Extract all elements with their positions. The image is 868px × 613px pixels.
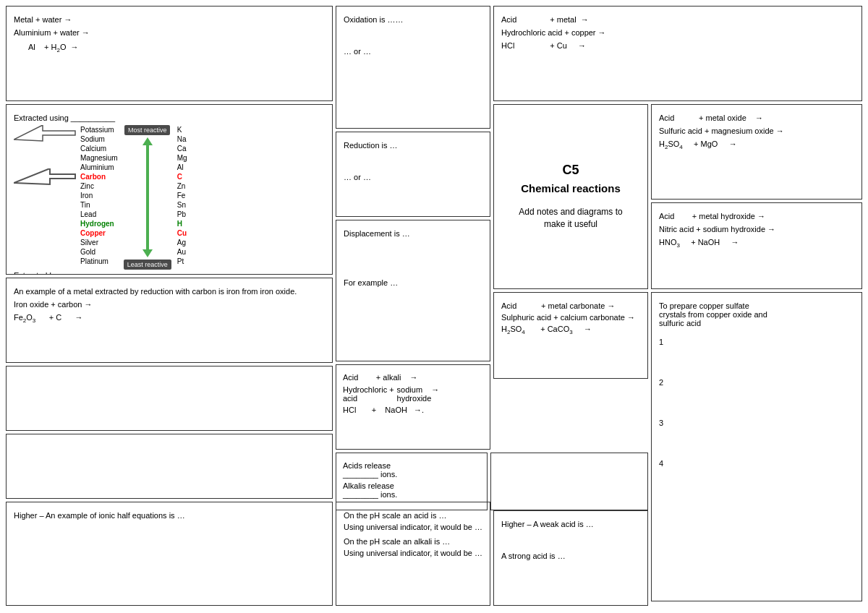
- step-3: 3: [659, 419, 854, 427]
- element-symbols: K Na Ca Mg Al C Zn Fe Sn Pb H Cu Ag Au P…: [177, 125, 187, 266]
- acid-alkali-left: Hydrochloric +acid: [343, 385, 394, 403]
- element-names: Potassium Sodium Calcium Magnesium Alumi…: [80, 125, 118, 266]
- acid-metal-hydroxide-cell: Acid + metal hydroxide → Nitric acid + s…: [651, 202, 862, 289]
- ph-acid-line: On the pH scale an acid is …: [344, 511, 482, 520]
- iron-extraction-line2: Iron oxide + carbon →: [14, 300, 325, 309]
- acid-metal-hydroxide-line2: Nitric acid + sodium hydroxide →: [659, 225, 854, 233]
- iron-extraction-line1: An example of a metal extracted by reduc…: [14, 287, 325, 296]
- svg-marker-0: [14, 125, 75, 141]
- acid-metal-hydroxide-line1: Acid + metal hydroxide →: [659, 212, 854, 220]
- ph-alkali-line: On the pH scale an alkali is …: [344, 537, 482, 546]
- metal-water-cell: Metal + water → Aluminium + water → Al +…: [6, 6, 333, 101]
- reduction-line1: Reduction is …: [344, 141, 482, 150]
- most-reactive-badge: Most reactive: [124, 125, 171, 135]
- ionic-half-equations-cell: [6, 434, 333, 499]
- ph-scale-cell: On the pH scale an acid is … Using unive…: [336, 502, 490, 606]
- acid-metal-carbonate-cell: Acid + metal carbonate → Sulphuric acid …: [493, 292, 648, 379]
- metal-water-line1: Metal + water →: [14, 15, 325, 24]
- acid-metal-oxide-cell: Acid + metal oxide → Sulfuric acid + mag…: [651, 104, 862, 200]
- displacement-example: For example …: [344, 278, 482, 287]
- acid-alkali-cell: Acid + alkali → Hydrochloric +acid sodiu…: [336, 364, 490, 450]
- alkalis-ions: Alkalis release________ ions.: [343, 481, 480, 499]
- bottom-left-filler: Higher – An example of ionic half equati…: [6, 502, 333, 606]
- c5-subtitle: Chemical reactions: [521, 181, 621, 196]
- acid-metal-line1: Acid + metal →: [501, 15, 854, 24]
- copper-sulfate-cell: To prepare copper sulfatecrystals from c…: [651, 292, 862, 601]
- acid-alkali-right: sodium →hydroxide: [397, 385, 440, 403]
- strong-acid-label: A strong acid is …: [501, 552, 640, 560]
- c5-title: C5: [562, 163, 579, 178]
- iron-extraction-cell: An example of a metal extracted by reduc…: [6, 278, 333, 363]
- acids-ions: Acids release________ ions.: [343, 461, 480, 479]
- acid-metal-hydroxide-formula: HNO3 + NaOH →: [659, 238, 854, 249]
- svg-marker-1: [14, 168, 75, 184]
- oxidation-line1: Oxidation is ……: [344, 15, 482, 24]
- ph-alkali-indicator: Using universal indicator, it would be …: [344, 549, 482, 557]
- acid-metal-carbonate-line1: Acid + metal carbonate →: [501, 301, 640, 310]
- acid-metal-cell: Acid + metal → Hydrochloric acid + coppe…: [493, 6, 862, 101]
- acid-alkali-line1: Acid + alkali →: [343, 373, 483, 382]
- reduction-or: … or …: [344, 173, 482, 181]
- weak-acid-label: Higher – A weak acid is …: [501, 520, 640, 528]
- aluminium-water-line: Aluminium + water →: [14, 28, 325, 37]
- c5-instruction: Add notes and diagrams tomake it useful: [519, 206, 622, 231]
- least-reactive-badge: Least reactive: [124, 260, 171, 270]
- acid-metal-oxide-formula: H2SO4 + MgO →: [659, 140, 854, 150]
- reactivity-series-cell: Extracted using __________ Potassium Sod…: [6, 104, 333, 275]
- extracted-using: Extracted using __________: [14, 113, 325, 122]
- displacement-line1: Displacement is …: [344, 229, 482, 238]
- weak-strong-acid-cell: Higher – A weak acid is … A strong acid …: [493, 510, 648, 606]
- acid-metal-carbonate-line2: Sulphuric acid + calcium carbonate →: [501, 313, 640, 322]
- acid-metal-oxide-line2: Sulfuric acid + magnesium oxide →: [659, 127, 854, 135]
- displacement-cell: Displacement is … For example …: [336, 220, 490, 361]
- acid-alkali-formula: HCl + NaOH →.: [343, 406, 483, 414]
- oxidation-cell: Oxidation is …… … or …: [336, 6, 490, 129]
- extracted-by: Extracted by ______________: [14, 271, 325, 275]
- higher-redox-cell: [490, 453, 648, 510]
- ionic-half-equations-full: Higher – An example of ionic half equati…: [14, 511, 325, 520]
- acid-metal-carbonate-formula: H2SO4 + CaCO3 →: [501, 325, 640, 335]
- copper-sulfate-title: To prepare copper sulfatecrystals from c…: [659, 301, 854, 327]
- step-2: 2: [659, 378, 854, 387]
- step-4: 4: [659, 459, 854, 468]
- center-title-cell: C5 Chemical reactions Add notes and diag…: [493, 104, 648, 289]
- oxidation-or: … or …: [344, 47, 482, 56]
- iron-extraction-formula: Fe2O3 + C →: [14, 313, 325, 324]
- acid-metal-oxide-line1: Acid + metal oxide →: [659, 113, 854, 122]
- step-1: 1: [659, 338, 854, 346]
- ionic-equation-cell: [6, 366, 333, 431]
- acid-metal-formula: HCl + Cu →: [501, 41, 854, 50]
- acid-metal-line2: Hydrochloric acid + copper →: [501, 28, 854, 37]
- reduction-cell: Reduction is … … or …: [336, 132, 490, 217]
- al-formula: Al + H2O →: [28, 43, 325, 53]
- ph-acid-indicator: Using universal indicator, it would be …: [344, 523, 482, 531]
